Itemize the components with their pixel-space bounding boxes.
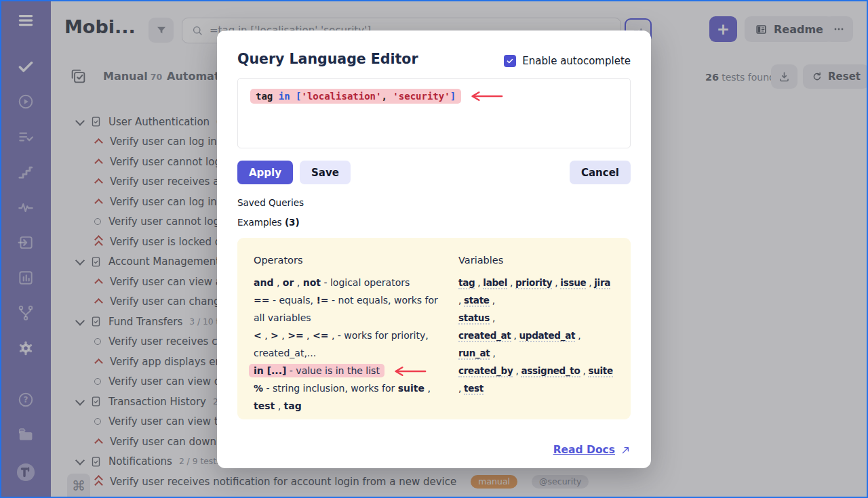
annotation-arrow-icon bbox=[391, 366, 428, 377]
example-line: == - equals, != - not equals, works for … bbox=[254, 291, 448, 327]
example-line: % - string inclusion, works for suite , … bbox=[254, 379, 448, 415]
example-line: created_by , assigned_to , suite , test bbox=[458, 362, 614, 397]
example-line: created_at , updated_at , run_at , bbox=[458, 327, 614, 362]
saved-queries-section-header[interactable]: Saved Queries bbox=[237, 197, 631, 208]
read-docs-link[interactable]: Read Docs bbox=[553, 444, 631, 456]
screen: ? Mobi... =tag in ['localisation' 'secur… bbox=[0, 0, 868, 498]
save-button[interactable]: Save bbox=[300, 161, 351, 184]
cancel-button[interactable]: Cancel bbox=[570, 161, 631, 184]
checkbox-checked-icon[interactable] bbox=[504, 55, 516, 67]
autocomplete-label: Enable autocomplete bbox=[522, 55, 631, 67]
query-language-editor-modal: Query Language Editor Enable autocomplet… bbox=[217, 30, 651, 468]
example-line: < , > , >= , <= , - works for priority, … bbox=[254, 327, 448, 362]
operators-title: Operators bbox=[254, 251, 448, 269]
enable-autocomplete-toggle[interactable]: Enable autocomplete bbox=[504, 55, 631, 67]
examples-panel: Operators and , or , not - logical opera… bbox=[237, 238, 631, 419]
variables-list: tag , label , priority , issue , jira , … bbox=[458, 274, 614, 397]
apply-button[interactable]: Apply bbox=[237, 161, 293, 184]
variables-title: Variables bbox=[458, 251, 614, 269]
arrow-up-right-icon bbox=[620, 445, 631, 455]
examples-section-header[interactable]: Examples (3) bbox=[237, 217, 631, 228]
annotation-arrow-icon bbox=[468, 91, 505, 102]
query-code-line: tag in ['localisation', 'security'] bbox=[250, 89, 461, 104]
example-line: in [...] - value is in the list bbox=[254, 362, 448, 379]
example-line: tag , label , priority , issue , jira , … bbox=[458, 274, 614, 309]
query-editor-textarea[interactable]: tag in ['localisation', 'security'] bbox=[237, 78, 631, 148]
operators-list: and , or , not - logical operators== - e… bbox=[254, 274, 448, 415]
example-line: and , or , not - logical operators bbox=[254, 274, 448, 291]
examples-count: (3) bbox=[285, 217, 300, 228]
example-line: status , bbox=[458, 309, 614, 327]
